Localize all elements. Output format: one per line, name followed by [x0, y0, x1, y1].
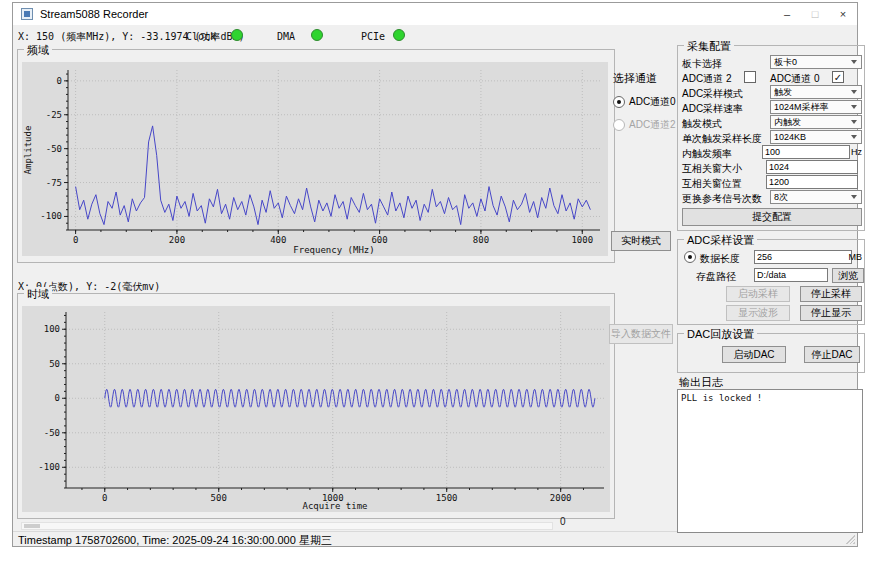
show-waveform-button: 显示波形 [726, 305, 790, 321]
scroll-position-value: 0 [560, 516, 566, 527]
frequency-chart[interactable]: 020040060080010000-25-50-75-100Frequency… [22, 62, 608, 256]
acquisition-config-title: 采集配置 [684, 39, 734, 54]
stop-display-button[interactable]: 停止显示 [800, 305, 862, 321]
channel-selector-label: 选择通道 [613, 71, 685, 86]
svg-text:-50: -50 [46, 144, 62, 154]
xcorr-size-row: 互相关窗大小 [682, 160, 860, 175]
pcie-indicator-label: PCIe [361, 31, 385, 42]
adc-channel2-radio-label: ADC通道2 [629, 118, 676, 132]
trigger-freq-unit: Hz [851, 147, 862, 157]
data-length-input[interactable] [754, 250, 852, 264]
title-bar: Stream5088 Recorder – □ × [13, 3, 857, 25]
xcorr-size-label: 互相关窗大小 [682, 162, 742, 176]
adc-channel2-radio-row: ADC通道2 [613, 118, 685, 132]
trigger-mode-select[interactable]: 内触发 [770, 115, 862, 129]
pcie-led-icon [393, 29, 405, 41]
adc-channels-row: ADC通道 2 ADC通道 0 [682, 70, 860, 85]
board-select-label: 板卡选择 [682, 57, 722, 71]
adc-sampling-group: ADC采样设置 数据长度 MB 存盘路径 浏览 启动采样 停止采样 显示波形 停… [677, 239, 865, 325]
chevron-down-icon [851, 120, 857, 124]
svg-text:50: 50 [49, 359, 60, 369]
trigger-mode-value: 内触发 [774, 116, 851, 129]
sample-rate-label: ADC采样速率 [682, 102, 743, 116]
trigger-freq-row: 内触发频率 Hz [682, 145, 860, 160]
time-scrollbar-thumb[interactable] [24, 524, 40, 528]
chevron-down-icon [851, 105, 857, 109]
trigger-length-label: 单次触发采样长度 [682, 132, 762, 146]
sample-rate-select[interactable]: 1024M采样率 [770, 100, 862, 114]
trigger-mode-label: 触发模式 [682, 117, 722, 131]
svg-text:800: 800 [473, 235, 489, 245]
trigger-mode-row: 触发模式 内触发 [682, 115, 860, 130]
stop-dac-button[interactable]: 停止DAC [804, 346, 860, 363]
status-bar: Timestamp 1758702600, Time: 2025-09-24 1… [13, 531, 857, 547]
save-path-row: 存盘路径 浏览 [682, 268, 860, 283]
data-length-radio[interactable] [684, 251, 696, 263]
maximize-icon: □ [801, 3, 829, 25]
clock-led-icon [231, 29, 243, 41]
channel-selector: 选择通道 ADC通道0 ADC通道2 [613, 71, 685, 132]
dma-indicator-label: DMA [277, 31, 295, 42]
adc-ch2-checkbox-label: ADC通道 2 [682, 72, 731, 86]
xcorr-size-input[interactable] [766, 160, 858, 174]
clock-indicator-label: Clock [186, 31, 216, 42]
trigger-length-select[interactable]: 1024KB [770, 130, 862, 144]
minimize-icon[interactable]: – [773, 3, 801, 25]
frequency-domain-group: 频域 020040060080010000-25-50-75-100Freque… [17, 49, 615, 263]
save-path-label: 存盘路径 [696, 270, 736, 284]
ref-count-value: 8次 [774, 191, 851, 204]
xcorr-pos-input[interactable] [766, 175, 858, 189]
chevron-down-icon [851, 60, 857, 64]
adc-ch2-checkbox[interactable] [744, 71, 756, 83]
svg-text:-100: -100 [38, 462, 60, 472]
adc-channel0-radio-row[interactable]: ADC通道0 [613, 95, 685, 109]
svg-text:2000: 2000 [550, 493, 572, 503]
output-log-title: 输出日志 [679, 375, 723, 390]
chevron-down-icon [851, 135, 857, 139]
svg-text:Frequency (MHz): Frequency (MHz) [293, 245, 374, 255]
resize-grip-icon[interactable] [845, 534, 855, 544]
sample-rate-row: ADC采样速率 1024M采样率 [682, 100, 860, 115]
sampling-buttons-row2: 显示波形 停止显示 [682, 305, 860, 322]
dac-playback-group: DAC回放设置 启动DAC 停止DAC [677, 333, 865, 373]
sample-mode-row: ADC采样模式 触发 [682, 85, 860, 100]
start-sampling-button: 启动采样 [726, 286, 790, 302]
time-scrollbar[interactable] [21, 522, 553, 530]
acquisition-config-group: 采集配置 板卡选择 板卡0 ADC通道 2 ADC通道 0 ADC采样模式 触发 [677, 45, 865, 231]
chevron-down-icon [851, 195, 857, 199]
board-select[interactable]: 板卡0 [770, 55, 862, 69]
svg-text:500: 500 [211, 493, 227, 503]
timestamp-text: Timestamp 1758702600, Time: 2025-09-24 1… [18, 534, 332, 546]
import-data-file-button: 导入数据文件 [609, 324, 673, 344]
submit-config-button[interactable]: 提交配置 [682, 208, 862, 226]
adc-ch0-checkbox[interactable] [832, 71, 844, 83]
svg-text:-25: -25 [46, 110, 62, 120]
data-length-label: 数据长度 [700, 252, 740, 266]
svg-text:Acquire time: Acquire time [302, 501, 367, 511]
time-chart[interactable]: 0500100015002000100500-50-100Acquire tim… [22, 306, 610, 512]
svg-text:-75: -75 [46, 178, 62, 188]
sample-mode-value: 触发 [774, 86, 851, 99]
trigger-length-row: 单次触发采样长度 1024KB [682, 130, 860, 145]
output-log-textarea[interactable]: PLL is locked ! [677, 389, 863, 533]
adc-channel0-radio[interactable] [613, 96, 625, 108]
chevron-down-icon [851, 90, 857, 94]
close-icon[interactable]: × [829, 3, 857, 25]
sample-mode-select[interactable]: 触发 [770, 85, 862, 99]
svg-text:100: 100 [44, 324, 60, 334]
save-path-input[interactable] [754, 268, 828, 282]
svg-text:-50: -50 [44, 428, 60, 438]
stop-sampling-button[interactable]: 停止采样 [800, 286, 862, 302]
xcorr-pos-row: 互相关窗位置 [682, 175, 860, 190]
realtime-mode-button[interactable]: 实时模式 [611, 231, 671, 251]
app-window: Stream5088 Recorder – □ × X: 150 (频率MHz)… [12, 2, 858, 547]
ref-count-select[interactable]: 8次 [770, 190, 862, 204]
xcorr-pos-label: 互相关窗位置 [682, 177, 742, 191]
svg-text:1000: 1000 [571, 235, 593, 245]
svg-text:0: 0 [57, 76, 62, 86]
start-dac-button[interactable]: 启动DAC [722, 346, 786, 363]
data-length-unit: MB [849, 252, 863, 262]
adc-channel0-radio-label: ADC通道0 [629, 95, 676, 109]
trigger-freq-input[interactable] [762, 145, 850, 159]
browse-button[interactable]: 浏览 [832, 268, 864, 283]
